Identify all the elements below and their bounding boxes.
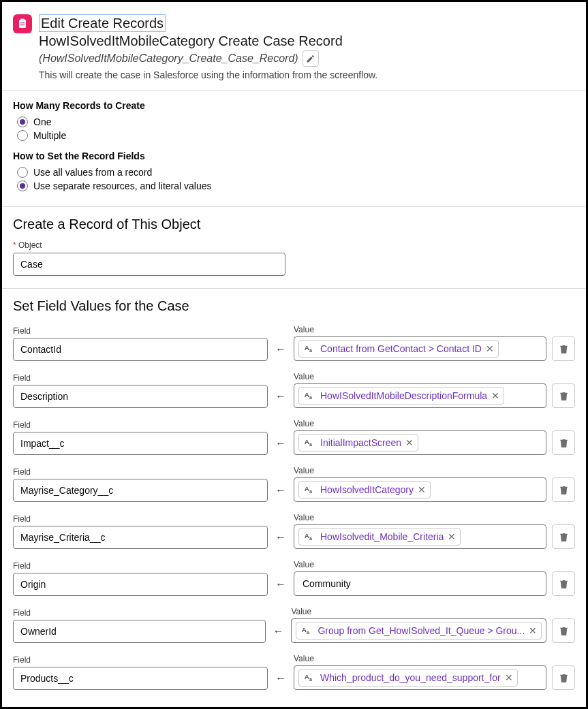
field-input[interactable]: Mayrise_Criteria__c [13,526,268,549]
resource-pill[interactable]: Aa InitialImpactScreen ✕ [298,434,418,452]
remove-pill-icon[interactable]: ✕ [529,625,537,636]
value-input[interactable]: Aa Which_product_do_you_need_support_for… [294,665,546,690]
field-mapping-row: Field ContactId ← Value Aa Contact from … [2,322,586,369]
value-input[interactable]: Aa Contact from GetContact > Contact ID … [294,336,546,361]
field-mapping-row: Field OwnerId ← Value Aa Group from Get_… [2,604,586,651]
trash-icon [559,673,569,683]
object-input[interactable]: Case [13,253,285,276]
field-name: Mayrise_Category__c [20,485,113,496]
text-resource-icon: Aa [300,625,313,637]
object-label-text: Object [18,240,42,250]
arrow-left-icon: ← [273,484,288,497]
field-input[interactable]: Mayrise_Category__c [13,479,268,502]
radio-label: Use separate resources, and literal valu… [33,180,211,191]
pill-text: Contact from GetContact > Contact ID [320,343,482,354]
remove-pill-icon[interactable]: ✕ [448,531,456,542]
value-input[interactable]: Community [294,571,546,596]
text-resource-icon: Aa [303,390,315,402]
element-description: This will create the case in Salesforce … [39,69,377,80]
page-title: Edit Create Records [39,14,166,32]
resource-pill[interactable]: Aa Contact from GetContact > Contact ID … [298,340,499,358]
delete-row-button[interactable] [552,571,575,596]
edit-api-name-button[interactable] [303,50,319,67]
field-label: Field [13,655,268,665]
value-label: Value [294,372,546,381]
radio-label: Use all values from a record [33,167,152,178]
arrow-left-icon: ← [273,343,288,356]
field-mapping-row: Field Description ← Value Aa HowISolvedI… [2,369,586,416]
resource-pill[interactable]: Aa HowIsolvedItCategory ✕ [298,481,431,499]
resource-pill[interactable]: Aa HowIsolvedit_Mobile_Criteria ✕ [298,528,461,546]
value-input[interactable]: Aa HowISolvedItMobileDescriptionFormula … [294,383,546,408]
svg-text:A: A [305,485,309,492]
svg-text:a: a [309,347,313,353]
arrow-left-icon: ← [273,672,288,684]
remove-pill-icon[interactable]: ✕ [418,484,426,495]
trash-icon [559,626,569,636]
radio-multiple[interactable]: Multiple [17,130,575,141]
radio-use-all-values[interactable]: Use all values from a record [17,167,575,178]
svg-text:A: A [305,673,309,680]
field-name: ContactId [20,344,61,355]
field-mapping-row: Field Products__c ← Value Aa Which_produ… [2,651,586,698]
field-label: Field [13,608,266,618]
trash-icon [559,579,569,589]
pill-text: InitialImpactScreen [320,437,401,448]
pill-text: Group from Get_HowISolved_It_Queue > Gro… [318,625,525,636]
field-input[interactable]: OwnerId [13,620,266,643]
delete-row-button[interactable] [552,665,575,690]
delete-row-button[interactable] [552,430,575,455]
value-input[interactable]: Aa HowIsolvedit_Mobile_Criteria ✕ [294,524,546,549]
object-label: * Object [2,240,586,250]
arrow-left-icon: ← [273,578,288,590]
remove-pill-icon[interactable]: ✕ [491,390,499,401]
value-input[interactable]: Aa HowIsolvedItCategory ✕ [294,477,546,502]
radio-use-separate[interactable]: Use separate resources, and literal valu… [17,180,575,191]
field-input[interactable]: Description [13,385,268,408]
field-mapping-row: Field Mayrise_Criteria__c ← Value Aa How… [2,510,586,557]
svg-text:A: A [305,532,309,539]
field-label: Field [13,420,268,430]
value-input[interactable]: Aa InitialImpactScreen ✕ [294,430,546,455]
svg-text:A: A [305,391,309,398]
value-input[interactable]: Aa Group from Get_HowISolved_It_Queue > … [291,618,546,643]
svg-rect-1 [20,19,25,21]
radio-label: Multiple [33,130,66,141]
field-input[interactable]: Products__c [13,667,268,690]
field-input[interactable]: Impact__c [13,432,268,455]
field-input[interactable]: ContactId [13,338,268,361]
pencil-icon [306,54,315,63]
remove-pill-icon[interactable]: ✕ [505,672,513,683]
create-record-heading: Create a Record of This Object [2,207,586,240]
delete-row-button[interactable] [552,524,575,549]
trash-icon [559,485,569,495]
text-resource-icon: Aa [303,531,315,543]
delete-row-button[interactable] [552,618,575,643]
trash-icon [559,438,569,448]
pill-text: HowISolvedItMobileDescriptionFormula [320,390,487,401]
radio-one[interactable]: One [17,116,575,127]
api-name: (HowISolvedItMobileCategory_Create_Case_… [39,52,298,65]
svg-rect-0 [19,20,26,28]
trash-icon [559,532,569,542]
remove-pill-icon[interactable]: ✕ [405,437,414,448]
delete-row-button[interactable] [552,477,575,502]
element-label: HowISolvedItMobileCategory Create Case R… [39,33,377,49]
text-resource-icon: Aa [303,672,315,684]
svg-text:A: A [302,626,307,633]
text-resource-icon: Aa [303,484,315,496]
resource-pill[interactable]: Aa Which_product_do_you_need_support_for… [298,669,518,687]
radio-label: One [33,116,51,127]
resource-pill[interactable]: Aa Group from Get_HowISolved_It_Queue > … [296,622,542,640]
radio-icon [17,167,28,178]
delete-row-button[interactable] [552,336,575,361]
pill-text: HowIsolvedItCategory [320,484,414,495]
arrow-left-icon: ← [273,437,288,450]
delete-row-button[interactable] [552,383,575,408]
field-name: OwnerId [20,626,57,637]
value-label: Value [294,560,546,569]
arrow-left-icon: ← [271,625,286,637]
resource-pill[interactable]: Aa HowISolvedItMobileDescriptionFormula … [298,387,504,405]
remove-pill-icon[interactable]: ✕ [486,343,494,354]
field-input[interactable]: Origin [13,573,268,596]
